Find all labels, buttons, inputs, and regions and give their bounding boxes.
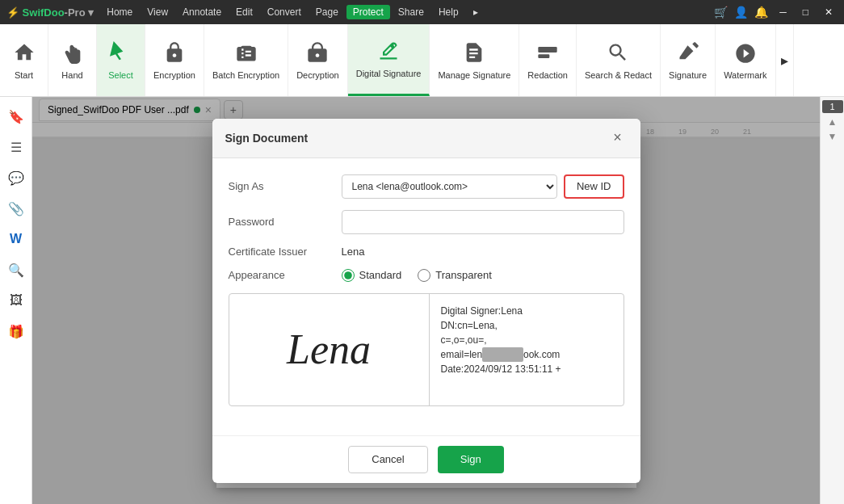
toolbar-watermark-label: Watermark [724, 70, 766, 80]
redaction-icon [536, 41, 559, 67]
icon-user[interactable]: 👤 [734, 6, 748, 19]
password-row: Password [229, 210, 624, 234]
sign-button[interactable]: Sign [438, 446, 504, 473]
digital-signature-icon [377, 40, 400, 65]
signature-preview: Lena Digital Signer:Lena DN:cn=Lena, c=,… [229, 293, 624, 406]
toolbar-redaction[interactable]: Redaction [519, 24, 577, 96]
password-control [342, 210, 624, 234]
sidebar-bookmark[interactable]: 🔖 [3, 103, 29, 129]
menu-view[interactable]: View [141, 5, 174, 19]
toolbar-more[interactable]: ▸ [776, 24, 794, 96]
start-icon [13, 41, 36, 67]
menu-help[interactable]: Help [432, 5, 465, 19]
toolbar-hand[interactable]: Hand [48, 24, 97, 96]
radio-standard-label: Standard [359, 269, 402, 281]
sig-preview-info: Digital Signer:Lena DN:cn=Lena, c=,o=,ou… [430, 294, 624, 405]
radio-standard-input[interactable] [342, 269, 355, 282]
toolbar-search-redact-label: Search & Redact [585, 70, 652, 80]
sidebar-thumbnails[interactable]: ☰ [3, 134, 29, 160]
toolbar-digital-signature[interactable]: Digital Signature [348, 24, 430, 96]
radio-transparent-input[interactable] [418, 269, 430, 282]
svg-rect-0 [538, 47, 556, 52]
toolbar-select[interactable]: Select [97, 24, 145, 96]
maximize-button[interactable]: □ [798, 6, 813, 18]
more-icon: ▸ [781, 52, 788, 69]
page-number: 1 [822, 100, 843, 113]
dialog-header: Sign Document × [212, 119, 640, 158]
decryption-icon [306, 41, 329, 67]
sig-info-line2: DN:cn=Lena, [441, 318, 612, 333]
menu-more[interactable]: ▸ [467, 5, 485, 19]
toolbar-hand-label: Hand [61, 70, 82, 80]
sig-preview-name: Lena [229, 294, 430, 405]
left-sidebar: 🔖 ☰ 💬 📎 W 🔍 🖼 🎁 [0, 97, 32, 504]
manage-signature-icon [463, 41, 485, 67]
toolbar-select-label: Select [108, 70, 133, 80]
minimize-button[interactable]: ─ [775, 6, 792, 18]
toolbar-batch-encryption[interactable]: Batch Encryption [204, 24, 288, 96]
appearance-radio-group: Standard Transparent [342, 269, 492, 282]
cancel-button[interactable]: Cancel [348, 446, 427, 473]
dialog-title: Sign Document [225, 132, 309, 145]
password-input[interactable] [342, 210, 624, 234]
toolbar-manage-signature-label: Manage Signature [438, 70, 510, 80]
new-id-button[interactable]: New ID [564, 174, 624, 199]
sig-info-line4-suffix: ook.com [523, 349, 560, 360]
menu-page[interactable]: Page [309, 5, 345, 19]
toolbar-encryption[interactable]: Encryption [145, 24, 204, 96]
dialog-footer: Cancel Sign [212, 435, 640, 483]
toolbar-signature-label: Signature [669, 70, 707, 80]
sidebar-gift[interactable]: 🎁 [3, 318, 29, 344]
menu-convert[interactable]: Convert [261, 5, 308, 19]
toolbar: Start Hand Select Encryption Batch Encry… [0, 24, 844, 97]
menu-bar: Home View Annotate Edit Convert Page Pro… [100, 5, 484, 19]
cert-issuer-value: Lena [342, 246, 624, 258]
sign-as-select[interactable]: Lena <lena@outlook.com> [342, 174, 557, 199]
sig-name-text: Lena [287, 326, 371, 373]
sidebar-attachments[interactable]: 📎 [3, 195, 29, 221]
toolbar-redaction-label: Redaction [527, 70, 568, 80]
sig-info-line4: email=len●●●●●●●ook.com [441, 347, 612, 362]
icon-bell[interactable]: 🔔 [754, 6, 768, 19]
sig-info-line3: c=,o=,ou=, [441, 333, 612, 347]
right-panel: 1 ▲ ▼ [820, 97, 844, 504]
menu-edit[interactable]: Edit [229, 5, 259, 19]
toolbar-encryption-label: Encryption [153, 70, 195, 80]
menu-protect[interactable]: Protect [346, 5, 390, 19]
sig-info-line4-prefix: email=len [441, 349, 483, 360]
dialog-overlay: Sign Document × Sign As Lena <lena@outlo… [32, 97, 820, 504]
toolbar-signature[interactable]: Signature [661, 24, 716, 96]
sig-info-blurred: ●●●●●●● [482, 347, 523, 362]
menu-annotate[interactable]: Annotate [176, 5, 228, 19]
toolbar-search-redact[interactable]: Search & Redact [577, 24, 661, 96]
cert-issuer-text: Lena [342, 246, 365, 258]
toolbar-digital-signature-label: Digital Signature [356, 69, 422, 78]
icon-cart[interactable]: 🛒 [714, 6, 728, 19]
menu-share[interactable]: Share [392, 5, 430, 19]
toolbar-start[interactable]: Start [0, 24, 48, 96]
sidebar-search[interactable]: 🔍 [3, 257, 29, 283]
sign-as-label: Sign As [229, 180, 334, 192]
scroll-up-button[interactable]: ▲ [828, 116, 838, 128]
toolbar-start-label: Start [15, 70, 33, 80]
sidebar-comments[interactable]: 💬 [3, 165, 29, 191]
scroll-down-button[interactable]: ▼ [828, 131, 838, 142]
content-area: 🔖 ☰ 💬 📎 W 🔍 🖼 🎁 Signed_SwifDoo PDF User … [0, 97, 844, 504]
encryption-icon [163, 41, 186, 67]
radio-standard[interactable]: Standard [342, 269, 402, 282]
toolbar-batch-encryption-label: Batch Encryption [212, 70, 279, 80]
menu-home[interactable]: Home [100, 5, 139, 19]
password-label: Password [229, 216, 334, 228]
sidebar-word[interactable]: W [3, 226, 29, 252]
close-button[interactable]: ✕ [820, 6, 838, 18]
toolbar-decryption[interactable]: Decryption [288, 24, 348, 96]
dialog-close-button[interactable]: × [608, 128, 628, 148]
app-logo: ⚡ SwifDoo-Pro ▾ [6, 6, 94, 19]
toolbar-watermark[interactable]: Watermark [716, 24, 775, 96]
titlebar: ⚡ SwifDoo-Pro ▾ Home View Annotate Edit … [0, 0, 844, 24]
app-tier: -Pro ▾ [65, 6, 94, 19]
cert-issuer-label: Certificate Issuer [229, 246, 334, 258]
radio-transparent[interactable]: Transparent [418, 269, 492, 282]
sidebar-image[interactable]: 🖼 [3, 288, 29, 313]
toolbar-manage-signature[interactable]: Manage Signature [430, 24, 519, 96]
